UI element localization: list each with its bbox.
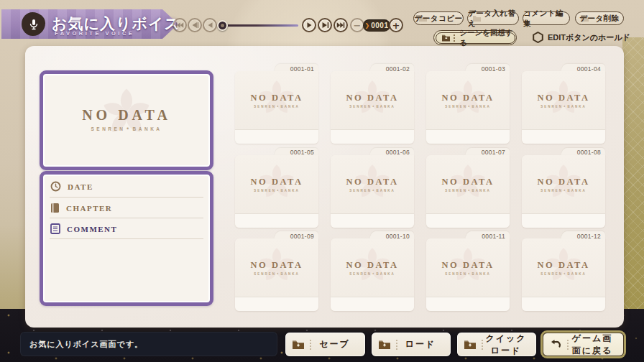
voice-slot[interactable]: 0001-08 NO DATA SENREN＊BANKA bbox=[522, 148, 605, 228]
slot-brand-label: SENREN＊BANKA bbox=[522, 105, 605, 108]
slot-brand-label: SENREN＊BANKA bbox=[331, 272, 414, 276]
slot-comment-area bbox=[426, 129, 510, 144]
back-to-game-label: ゲーム画面に戻る bbox=[569, 333, 616, 357]
comment-label: COMMENT bbox=[67, 225, 117, 233]
slot-no-data-label: NO DATA bbox=[522, 177, 605, 187]
slot-comment-area bbox=[235, 213, 318, 228]
folder-icon bbox=[581, 15, 589, 22]
next-icon bbox=[321, 22, 329, 29]
slot-brand-label: SENREN＊BANKA bbox=[235, 272, 318, 276]
edit-hold-toggle[interactable]: EDITボタンのホールド bbox=[533, 32, 630, 43]
slot-no-data-label: NO DATA bbox=[331, 260, 414, 271]
chapter-label: CHAPTER bbox=[66, 204, 112, 213]
return-arrow-icon bbox=[551, 340, 561, 349]
detail-brand-label: SENREN＊BANKA bbox=[43, 126, 210, 133]
rewind-icon bbox=[207, 22, 213, 29]
load-folder-icon bbox=[379, 340, 390, 349]
slot-brand-label: SENREN＊BANKA bbox=[235, 189, 318, 192]
plus-icon: + bbox=[392, 21, 400, 30]
status-message: お気に入りボイス画面です。 bbox=[29, 339, 143, 350]
slot-body: NO DATA SENREN＊BANKA bbox=[426, 155, 510, 228]
save-label: セーブ bbox=[311, 338, 358, 351]
slot-no-data-label: NO DATA bbox=[331, 93, 414, 103]
data-delete-button[interactable]: データ削除 bbox=[575, 11, 624, 25]
folder-icon bbox=[442, 34, 451, 42]
comment-edit-label: コメント編集 bbox=[523, 9, 569, 29]
voice-slot[interactable]: 0001-10 NO DATA SENREN＊BANKA bbox=[331, 231, 414, 311]
quick-load-button[interactable]: クイックロード bbox=[457, 333, 536, 356]
slot-comment-area bbox=[331, 213, 414, 228]
slot-brand-label: SENREN＊BANKA bbox=[331, 105, 414, 108]
slot-brand-label: SENREN＊BANKA bbox=[522, 189, 605, 192]
next-button[interactable] bbox=[318, 18, 332, 32]
slot-comment-area bbox=[426, 297, 510, 311]
slot-no-data-label: NO DATA bbox=[331, 177, 414, 187]
slot-comment-area bbox=[331, 297, 414, 311]
slot-body: NO DATA SENREN＊BANKA bbox=[331, 71, 414, 144]
voice-slot[interactable]: 0001-01 NO DATA SENREN＊BANKA bbox=[235, 64, 318, 144]
voice-slot[interactable]: 0001-05 NO DATA SENREN＊BANKA bbox=[235, 148, 318, 228]
voice-slot[interactable]: 0001-09 NO DATA SENREN＊BANKA bbox=[235, 231, 318, 311]
rewind-button[interactable] bbox=[203, 18, 217, 32]
page-indicator: ❯ 0001 bbox=[363, 19, 390, 32]
scene-recall-button[interactable]: シーンを回想する bbox=[433, 30, 517, 45]
load-button[interactable]: ロード bbox=[372, 333, 451, 356]
slot-no-data-label: NO DATA bbox=[235, 260, 318, 271]
edit-hold-label: EDITボタンのホールド bbox=[548, 32, 630, 43]
slot-body: NO DATA SENREN＊BANKA bbox=[426, 238, 510, 311]
background-lattice-texture bbox=[622, 37, 644, 312]
voice-slot[interactable]: 0001-06 NO DATA SENREN＊BANKA bbox=[331, 148, 414, 228]
comment-edit-button[interactable]: コメント編集 bbox=[523, 11, 570, 25]
previous-button[interactable] bbox=[188, 18, 202, 32]
page-minus-button[interactable]: − bbox=[350, 18, 364, 32]
skip-to-start-icon bbox=[175, 22, 184, 29]
playback-slider-knob[interactable] bbox=[217, 20, 228, 31]
folder-icon bbox=[473, 15, 481, 22]
voice-slot[interactable]: 0001-11 NO DATA SENREN＊BANKA bbox=[426, 231, 510, 311]
slot-no-data-label: NO DATA bbox=[235, 93, 318, 103]
divider bbox=[50, 238, 203, 239]
slot-comment-area bbox=[235, 297, 318, 311]
quick-load-folder-icon bbox=[464, 340, 476, 349]
hexagon-checkbox-icon bbox=[533, 32, 543, 43]
data-swap-button[interactable]: データ入れ替え bbox=[467, 11, 519, 25]
slot-body: NO DATA SENREN＊BANKA bbox=[331, 155, 414, 228]
page-plus-button[interactable]: + bbox=[389, 18, 403, 32]
save-button[interactable]: セーブ bbox=[285, 333, 365, 356]
main-panel: NO DATA SENREN＊BANKA DATE CHAPTER bbox=[25, 46, 624, 328]
previous-icon bbox=[191, 22, 199, 29]
voice-slot[interactable]: 0001-04 NO DATA SENREN＊BANKA bbox=[522, 64, 605, 144]
voice-slot[interactable]: 0001-12 NO DATA SENREN＊BANKA bbox=[522, 231, 605, 311]
skip-to-start-button[interactable] bbox=[172, 18, 187, 32]
back-to-game-button[interactable]: ゲーム画面に戻る bbox=[543, 333, 624, 356]
play-icon bbox=[306, 22, 313, 29]
voice-slot[interactable]: 0001-03 NO DATA SENREN＊BANKA bbox=[426, 64, 510, 144]
quick-load-label: クイックロード bbox=[483, 333, 529, 357]
slot-brand-label: SENREN＊BANKA bbox=[522, 272, 605, 276]
slot-comment-area bbox=[235, 129, 318, 144]
chevron-right-icon: ❯ bbox=[365, 22, 370, 29]
voice-slot[interactable]: 0001-02 NO DATA SENREN＊BANKA bbox=[331, 64, 414, 144]
clock-icon bbox=[50, 181, 61, 192]
voice-slot[interactable]: 0001-07 NO DATA SENREN＊BANKA bbox=[426, 148, 510, 228]
playback-slider-track[interactable] bbox=[222, 24, 298, 27]
status-message-box: お気に入りボイス画面です。 bbox=[20, 332, 277, 356]
play-button[interactable] bbox=[302, 18, 316, 32]
book-icon bbox=[50, 203, 60, 213]
slot-brand-label: SENREN＊BANKA bbox=[235, 105, 318, 108]
chapter-row: CHAPTER bbox=[50, 198, 203, 218]
skip-to-end-icon bbox=[336, 22, 345, 29]
slot-no-data-label: NO DATA bbox=[522, 260, 605, 271]
selected-voice-thumbnail: NO DATA SENREN＊BANKA bbox=[40, 70, 213, 170]
data-copy-button[interactable]: データコピー bbox=[413, 11, 464, 25]
save-folder-icon bbox=[293, 340, 304, 349]
dotted-separator bbox=[454, 34, 455, 42]
slot-no-data-label: NO DATA bbox=[426, 177, 510, 187]
comment-icon bbox=[50, 223, 60, 234]
slot-body: NO DATA SENREN＊BANKA bbox=[522, 71, 605, 144]
slot-body: NO DATA SENREN＊BANKA bbox=[235, 238, 318, 311]
skip-to-end-button[interactable] bbox=[334, 18, 348, 32]
selected-voice-info: DATE CHAPTER COMMENT bbox=[40, 171, 213, 306]
slot-body: NO DATA SENREN＊BANKA bbox=[426, 71, 510, 144]
slot-no-data-label: NO DATA bbox=[426, 93, 510, 103]
